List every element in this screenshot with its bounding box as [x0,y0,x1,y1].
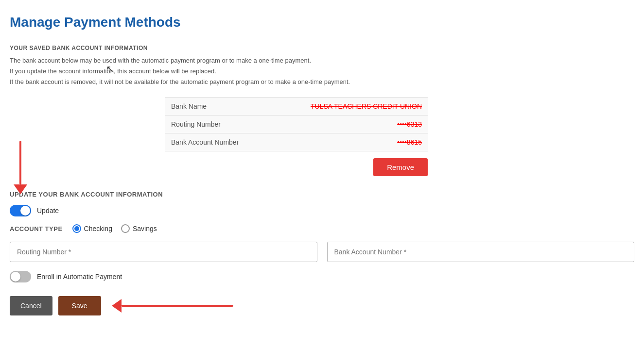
account-number-input[interactable] [327,242,635,262]
account-number-value: ••••8615 [397,138,422,146]
account-type-label: ACCOUNT TYPE [10,225,63,232]
account-number-label: Bank Account Number [171,138,397,146]
radio-checking-label: Checking [84,225,112,232]
cancel-button[interactable]: Cancel [10,296,52,315]
update-toggle[interactable] [10,205,31,216]
enroll-toggle[interactable] [10,271,31,282]
toggle-knob [20,206,30,215]
saved-section-description: The bank account below may be used with … [10,55,634,87]
radio-checking[interactable]: Checking [72,224,112,233]
radio-checking-inner [74,226,79,231]
update-section: UPDATE YOUR BANK ACCOUNT INFORMATION Upd… [10,191,634,315]
routing-number-input[interactable] [10,242,317,262]
button-row: Cancel Save [10,296,634,315]
saved-section: YOUR SAVED BANK ACCOUNT INFORMATION The … [10,45,634,176]
enroll-toggle-label: Enroll in Automatic Payment [37,273,122,281]
bank-name-value: TULSA TEACHERS CREDIT UNION [311,102,422,110]
routing-number-label: Routing Number [171,120,397,128]
save-button[interactable]: Save [58,296,101,315]
bank-name-label: Bank Name [171,102,311,110]
input-row [10,242,634,262]
routing-number-value: ••••6313 [397,120,422,128]
radio-savings-outer [121,224,130,233]
radio-savings[interactable]: Savings [121,224,157,233]
update-toggle-row: Update [10,205,634,216]
saved-section-heading: YOUR SAVED BANK ACCOUNT INFORMATION [10,45,634,51]
update-section-heading: UPDATE YOUR BANK ACCOUNT INFORMATION [10,191,634,198]
remove-button[interactable]: Remove [373,158,428,176]
account-number-row: Bank Account Number ••••8615 [165,133,428,151]
radio-checking-outer [72,224,81,233]
routing-number-row: Routing Number ••••6313 [165,116,428,133]
page-title: Manage Payment Methods [10,15,634,30]
page-wrapper: ↖ Manage Payment Methods YOUR SAVED BANK… [0,0,644,348]
bank-name-row: Bank Name TULSA TEACHERS CREDIT UNION [165,97,428,116]
account-type-row: ACCOUNT TYPE Checking Savings [10,224,634,233]
annotation-arrow-right [112,299,233,313]
update-toggle-label: Update [37,207,59,215]
radio-group: Checking Savings [72,224,157,233]
radio-savings-label: Savings [133,225,157,232]
enroll-toggle-knob [11,272,20,282]
enroll-toggle-row: Enroll in Automatic Payment [10,271,634,282]
saved-info-block: Bank Name TULSA TEACHERS CREDIT UNION Ro… [165,97,428,176]
annotation-arrow-down [14,141,27,194]
